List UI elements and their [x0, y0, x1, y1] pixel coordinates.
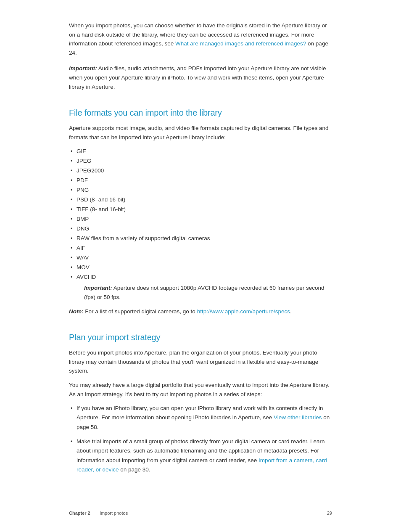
list-item: PSD (8- and 16-bit): [69, 195, 332, 205]
list-item: DNG: [69, 224, 332, 234]
list-item: PDF: [69, 176, 332, 185]
list-item: WAV: [69, 253, 332, 263]
section2-heading: Plan your import strategy: [69, 331, 332, 344]
page-footer: Chapter 2 Import photos 29: [0, 510, 401, 517]
list-item: PNG: [69, 185, 332, 195]
footer-chapter-name: Import photos: [100, 510, 128, 517]
section1-body: Aperture supports most image, audio, and…: [69, 124, 332, 142]
important-label: Important:: [69, 65, 97, 71]
intro-paragraph1: When you import photos, you can choose w…: [69, 21, 332, 57]
avchd-important-label: Important:: [84, 285, 112, 291]
section1-heading: File formats you can import into the lib…: [69, 106, 332, 119]
note-suffix: .: [290, 308, 292, 315]
section2-body1: Before you import photos into Aperture, …: [69, 348, 332, 376]
strategy-bullet-2: Make trial imports of a small group of p…: [69, 437, 332, 474]
list-item: JPEG2000: [69, 166, 332, 176]
note-block: Note: For a list of supported digital ca…: [69, 307, 332, 316]
list-item: MOV: [69, 263, 332, 273]
footer-chapter-label: Chapter 2: [69, 510, 90, 517]
important-note-block: Important: Audio files, audio attachment…: [69, 64, 332, 91]
section2-body2: You may already have a large digital por…: [69, 381, 332, 399]
footer-chapter-info: Chapter 2 Import photos: [69, 510, 128, 517]
avchd-important-text: Aperture does not support 1080p AVCHD fo…: [84, 285, 324, 300]
format-list: GIF JPEG JPEG2000 PDF PNG PSD (8- and 16…: [69, 147, 332, 302]
list-item: BMP: [69, 214, 332, 224]
managed-images-link[interactable]: What are managed images and referenced i…: [175, 40, 306, 47]
bullet2-text-after: on page 30.: [119, 466, 150, 473]
avchd-important-note: Important: Aperture does not support 108…: [84, 283, 332, 302]
apple-specs-link[interactable]: http://www.apple.com/aperture/specs: [197, 308, 290, 315]
note-text: For a list of supported digital cameras,…: [84, 308, 197, 315]
list-item: RAW files from a variety of supported di…: [69, 234, 332, 244]
strategy-bullet-1: If you have an iPhoto library, you can o…: [69, 404, 332, 432]
list-item: GIF: [69, 147, 332, 156]
page-container: When you import photos, you can choose w…: [0, 0, 401, 532]
view-libraries-link[interactable]: View other libraries: [274, 414, 322, 421]
list-item: JPEG: [69, 156, 332, 166]
list-item: AIF: [69, 244, 332, 253]
footer-separator: [94, 510, 96, 517]
note-label: Note:: [69, 308, 84, 315]
list-item: TIFF (8- and 16-bit): [69, 205, 332, 214]
footer-page-number: 29: [327, 510, 332, 517]
important-text: Audio files, audio attachments, and PDFs…: [69, 65, 326, 90]
strategy-bullet-list: If you have an iPhoto library, you can o…: [69, 404, 332, 474]
list-item: AVCHD Important: Aperture does not suppo…: [69, 273, 332, 302]
